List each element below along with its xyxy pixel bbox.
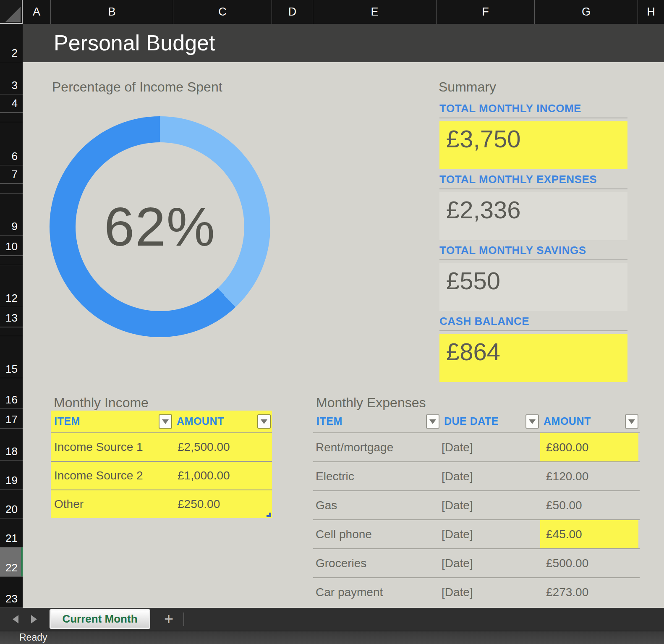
income-table-title: Monthly Income [54, 395, 149, 411]
row-header-13[interactable]: 13 [0, 307, 23, 327]
row-headers-column: 2 3 4 6 7 9 10 12 13 15 16 17 18 19 20 2… [0, 24, 23, 608]
expense-amount-cell[interactable]: £120.00 [546, 462, 588, 490]
row-header-3[interactable]: 3 [0, 62, 23, 94]
income-row[interactable]: Income Source 1 £2,500.00 [51, 432, 272, 461]
expense-item-cell[interactable]: Cell phone [316, 520, 372, 548]
row-header-10[interactable]: 10 [0, 236, 23, 256]
expense-item-cell[interactable]: Gas [316, 491, 337, 519]
worksheet-title-bar: Personal Budget [23, 24, 664, 62]
summary-card-value-cell[interactable]: £3,750 [439, 121, 627, 169]
expense-row[interactable]: Rent/mortgage [Date] £800.00 [313, 432, 640, 461]
previous-sheet-arrow-icon[interactable] [13, 615, 18, 623]
expense-due-date-cell[interactable]: [Date] [442, 462, 473, 490]
row-header-9[interactable]: 9 [0, 194, 23, 236]
summary-card-expenses: TOTAL MONTHLY EXPENSES £2,336 [439, 173, 627, 240]
row-header-hidden-11[interactable] [0, 256, 23, 265]
row-header-4[interactable]: 4 [0, 94, 23, 113]
spreadsheet-app: A B C D E F G H 2 3 4 6 7 9 10 12 13 15 … [0, 0, 664, 644]
expense-row[interactable]: Gas [Date] £50.00 [313, 490, 640, 519]
expense-due-date-cell[interactable]: [Date] [442, 433, 473, 461]
income-amount-cell[interactable]: £2,500.00 [178, 433, 230, 461]
income-header-amount-label: AMOUNT [177, 411, 224, 432]
filter-dropdown-button[interactable] [525, 414, 539, 429]
summary-heading: Summary [439, 79, 496, 95]
row-header-17[interactable]: 17 [0, 409, 23, 429]
summary-card-label: CASH BALANCE [439, 315, 627, 331]
tab-strip-divider [183, 613, 184, 626]
column-header-e[interactable]: E [313, 0, 437, 24]
filter-dropdown-button[interactable] [426, 414, 439, 429]
expense-due-date-cell[interactable]: [Date] [442, 491, 473, 519]
income-amount-cell[interactable]: £250.00 [178, 490, 220, 518]
summary-card-label: TOTAL MONTHLY INCOME [439, 102, 627, 118]
income-item-cell[interactable]: Income Source 1 [54, 433, 143, 461]
expense-row[interactable]: Electric [Date] £120.00 [313, 461, 640, 490]
column-header-a[interactable]: A [23, 0, 51, 24]
summary-card-value-cell[interactable]: £550 [439, 263, 627, 311]
row-header-15[interactable]: 15 [0, 336, 23, 378]
expense-item-cell[interactable]: Rent/mortgage [316, 433, 393, 461]
row-header-23[interactable]: 23 [0, 577, 23, 608]
filter-dropdown-button[interactable] [257, 414, 271, 429]
filter-arrow-icon [162, 419, 169, 424]
expense-amount-cell-highlighted[interactable]: £800.00 [540, 433, 638, 461]
next-sheet-arrow-icon[interactable] [31, 615, 37, 623]
select-all-corner[interactable] [0, 0, 23, 24]
row-header-hidden-5[interactable] [0, 113, 23, 122]
income-row[interactable]: Other £250.00 [51, 490, 272, 518]
expense-amount-cell[interactable]: £50.00 [546, 491, 582, 519]
expense-amount-cell[interactable]: £500.00 [546, 549, 588, 577]
column-header-c[interactable]: C [173, 0, 272, 24]
row-header-19[interactable]: 19 [0, 461, 23, 490]
column-header-h[interactable]: H [638, 0, 664, 24]
column-header-f[interactable]: F [437, 0, 535, 24]
row-header-hidden-8[interactable] [0, 183, 23, 194]
expense-item-cell[interactable]: Electric [316, 462, 354, 490]
summary-card-income: TOTAL MONTHLY INCOME £3,750 [439, 102, 627, 169]
expense-due-date-cell[interactable]: [Date] [442, 578, 473, 606]
row-header-20[interactable]: 20 [0, 490, 23, 518]
income-row[interactable]: Income Source 2 £1,000.00 [51, 461, 272, 490]
expense-amount-cell-highlighted[interactable]: £45.00 [540, 520, 638, 548]
row-header-16[interactable]: 16 [0, 378, 23, 409]
expense-row[interactable]: Cell phone [Date] £45.00 [313, 519, 640, 548]
add-sheet-button[interactable]: + [161, 609, 176, 629]
row-header-12[interactable]: 12 [0, 265, 23, 307]
status-text: Ready [19, 631, 47, 644]
column-header-b[interactable]: B [51, 0, 173, 24]
income-item-cell[interactable]: Income Source 2 [54, 462, 143, 490]
income-item-cell[interactable]: Other [54, 490, 84, 518]
filter-arrow-icon [529, 419, 536, 424]
income-amount-cell[interactable]: £1,000.00 [178, 462, 230, 490]
filter-arrow-icon [429, 419, 436, 424]
expense-row[interactable]: Car payment [Date] £273.00 [313, 577, 640, 606]
chart-title: Percentage of Income Spent [52, 79, 222, 95]
donut-center-label: 62% [104, 195, 216, 258]
expense-row[interactable]: Groceries [Date] £500.00 [313, 548, 640, 577]
expense-item-cell[interactable]: Car payment [316, 578, 383, 606]
table-resize-handle[interactable] [267, 513, 271, 517]
donut-chart[interactable]: 62% [50, 116, 270, 337]
expense-due-date-cell[interactable]: [Date] [442, 549, 473, 577]
summary-card-value-cell[interactable]: £864 [439, 334, 627, 382]
expense-due-date-cell[interactable]: [Date] [442, 520, 473, 548]
filter-dropdown-button[interactable] [625, 414, 638, 429]
sheet-tab-current-month[interactable]: Current Month [50, 609, 150, 629]
summary-card-value-cell[interactable]: £2,336 [439, 192, 627, 240]
row-header-21[interactable]: 21 [0, 518, 23, 547]
row-header-18[interactable]: 18 [0, 429, 23, 461]
summary-card-savings: TOTAL MONTHLY SAVINGS £550 [439, 244, 627, 311]
expenses-table-title: Monthly Expenses [316, 395, 426, 411]
filter-dropdown-button[interactable] [159, 414, 172, 429]
row-header-hidden-14[interactable] [0, 327, 23, 336]
column-header-d[interactable]: D [272, 0, 313, 24]
expenses-header-due-date: DUE DATE [441, 411, 540, 432]
row-header-6[interactable]: 6 [0, 122, 23, 165]
row-header-22-selected[interactable]: 22 [0, 547, 23, 577]
row-header-2[interactable]: 2 [0, 24, 23, 62]
column-header-g[interactable]: G [535, 0, 638, 24]
expense-amount-cell[interactable]: £273.00 [546, 578, 588, 606]
summary-card-value: £2,336 [446, 196, 520, 223]
expense-item-cell[interactable]: Groceries [316, 549, 366, 577]
row-header-7[interactable]: 7 [0, 165, 23, 183]
